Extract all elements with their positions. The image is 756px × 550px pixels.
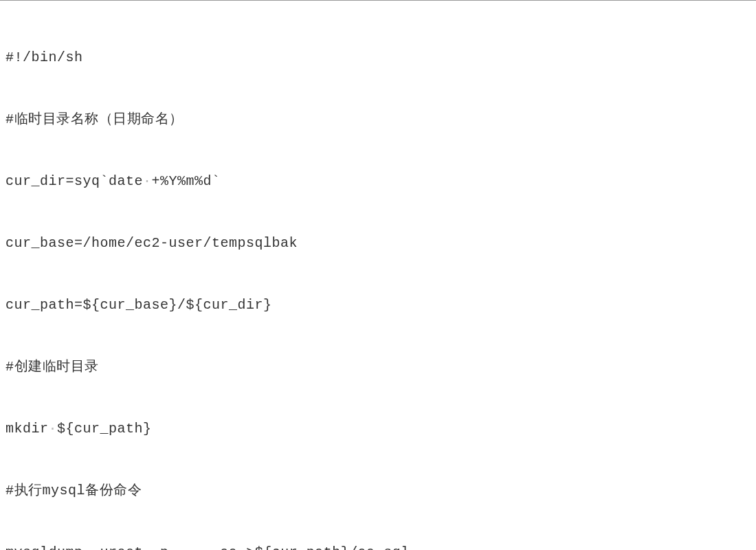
code-line: mkdir·${cur_path} [5,419,751,439]
code-line: #执行mysql备份命令 [5,481,751,501]
code-line: cur_dir=syq`date·+%Y%m%d` [5,171,751,192]
code-line: cur_base=/home/ec2-user/tempsqlbak [5,233,751,254]
code-line: cur_path=${cur_base}/${cur_dir} [5,295,751,316]
shell-script-block: #!/bin/sh #临时目录名称（日期命名） cur_dir=syq`date… [0,1,756,550]
code-line: mysqldump·-uroot·-p......aa·>${cur_path}… [5,542,751,550]
code-line: #临时目录名称（日期命名） [5,109,751,130]
code-line: #!/bin/sh [5,47,751,68]
code-line: #创建临时目录 [5,357,751,377]
